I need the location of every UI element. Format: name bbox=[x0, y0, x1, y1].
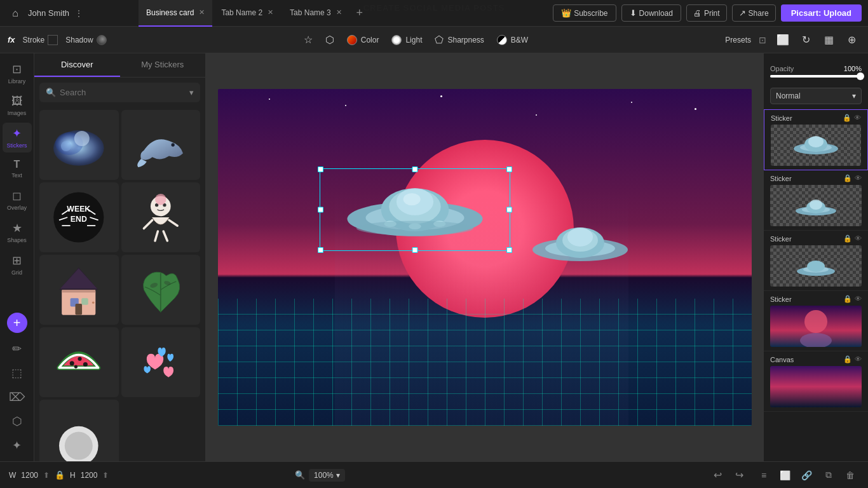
ufo-sticker-2[interactable] bbox=[517, 213, 644, 276]
copy-button[interactable]: ⧉ bbox=[820, 466, 837, 484]
tab-close-3[interactable]: ✕ bbox=[336, 8, 342, 17]
frame-view-button[interactable]: ⬜ bbox=[776, 466, 794, 484]
layer-header-canvas: Canvas 🔒 👁 bbox=[770, 355, 862, 363]
sticker-monstera-leaf[interactable] bbox=[121, 255, 201, 325]
frame-icon[interactable]: ⬜ bbox=[774, 31, 792, 49]
color-tool[interactable]: Color bbox=[347, 35, 379, 45]
sticker-house[interactable] bbox=[39, 255, 119, 325]
username-label: John Smith bbox=[28, 8, 69, 18]
bw-tool[interactable]: B&W bbox=[497, 35, 528, 45]
rotate-icon[interactable]: ↻ bbox=[797, 31, 815, 49]
add-element-button[interactable]: + bbox=[7, 313, 27, 333]
layer-item-3[interactable]: Sticker 🔒 👁 bbox=[764, 231, 868, 291]
sidebar-item-text[interactable]: T Text bbox=[3, 155, 32, 182]
delete-button[interactable]: 🗑 bbox=[841, 466, 859, 484]
search-bar[interactable]: 🔍 ▾ bbox=[39, 83, 200, 102]
light-tool[interactable]: Light bbox=[391, 35, 422, 45]
sidebar-item-library[interactable]: ⊡ Library bbox=[3, 58, 32, 88]
sidebar-item-select[interactable]: ⬚ bbox=[3, 362, 32, 384]
layer-item-1[interactable]: Sticker 🔒 👁 bbox=[764, 109, 868, 170]
sidebar-item-effects[interactable]: ✦ bbox=[3, 435, 32, 456]
svg-point-68 bbox=[800, 333, 832, 347]
sidebar-item-grid[interactable]: ⊞ Grid bbox=[3, 250, 32, 280]
shadow-circle[interactable] bbox=[97, 35, 107, 45]
sidebar-item-overlay[interactable]: ◻ Overlay bbox=[3, 185, 32, 215]
my-stickers-tab[interactable]: My Stickers bbox=[120, 53, 206, 77]
layer-lock-icon-3[interactable]: 🔒 bbox=[843, 234, 852, 243]
sidebar-item-brush[interactable]: ✏ bbox=[3, 338, 32, 360]
layer-lock-icon[interactable]: 🔒 bbox=[843, 114, 851, 122]
list-view-button[interactable]: ≡ bbox=[755, 466, 773, 484]
redo-button[interactable]: ↪ bbox=[731, 466, 749, 484]
sticker-hearts[interactable] bbox=[121, 327, 201, 397]
sidebar-item-shapes[interactable]: ★ Shapes bbox=[3, 217, 32, 247]
blend-mode-select[interactable]: Normal ▾ bbox=[770, 88, 862, 104]
canvas[interactable] bbox=[218, 89, 752, 426]
zoom-icon[interactable]: 🔍 bbox=[295, 470, 305, 480]
layer-lock-icon-4[interactable]: 🔒 bbox=[843, 295, 852, 303]
sidebar-item-crop[interactable]: ⬡ bbox=[3, 410, 32, 432]
layer-thumb-1 bbox=[771, 125, 861, 166]
stroke-item[interactable]: Stroke bbox=[23, 35, 58, 45]
print-button[interactable]: 🖨 Print bbox=[686, 4, 727, 22]
layer-lock-icon-2[interactable]: 🔒 bbox=[843, 174, 852, 182]
presets-icon[interactable]: ⊡ bbox=[756, 34, 769, 46]
sidebar-item-erase[interactable]: ⌦ bbox=[3, 386, 32, 408]
user-menu-button[interactable]: ⋮ bbox=[74, 8, 83, 18]
layer-lock-icon-canvas[interactable]: 🔒 bbox=[843, 355, 852, 363]
search-input[interactable] bbox=[60, 88, 186, 97]
crop-tool[interactable]: ⬡ bbox=[325, 34, 334, 46]
link-button[interactable]: 🔗 bbox=[798, 466, 816, 484]
ufo-sticker-selected[interactable] bbox=[316, 149, 513, 273]
sidebar-item-stickers[interactable]: ✦ Stickers bbox=[3, 123, 32, 152]
zoom-display[interactable]: 100% ▾ bbox=[309, 469, 345, 482]
download-button[interactable]: ⬇ Download bbox=[621, 4, 681, 22]
svg-point-2 bbox=[74, 131, 90, 146]
tab-business-card[interactable]: Business card ✕ bbox=[139, 0, 212, 27]
layer-item-canvas[interactable]: Canvas 🔒 👁 bbox=[764, 351, 868, 412]
width-stepper[interactable]: ⬆ bbox=[43, 471, 50, 480]
height-stepper[interactable]: ⬆ bbox=[102, 471, 109, 480]
tab-name-3[interactable]: Tab Name 3 ✕ bbox=[282, 0, 349, 27]
home-icon[interactable]: ⌂ bbox=[6, 4, 24, 22]
aspect-lock-icon[interactable]: 🔒 bbox=[55, 470, 65, 480]
discover-tab[interactable]: Discover bbox=[34, 53, 120, 77]
settings-icon[interactable]: ⊕ bbox=[843, 31, 860, 49]
tab-name-2[interactable]: Tab Name 2 ✕ bbox=[214, 0, 281, 27]
sticker-galaxy-cloud[interactable] bbox=[39, 110, 119, 180]
picsart-upload-button[interactable]: Picsart: Upload bbox=[781, 4, 862, 22]
tab-close-1[interactable]: ✕ bbox=[199, 8, 205, 17]
sharpness-tool[interactable]: ⬠ Sharpness bbox=[435, 34, 484, 46]
subscribe-button[interactable]: 👑 Subscribe bbox=[553, 4, 616, 22]
search-dropdown-icon[interactable]: ▾ bbox=[189, 88, 194, 97]
layers-icon[interactable]: ▦ bbox=[820, 31, 837, 49]
sticker-watermelon[interactable] bbox=[39, 327, 119, 397]
shadow-item[interactable]: Shadow bbox=[65, 35, 106, 45]
layer-visibility-icon-4[interactable]: 👁 bbox=[855, 295, 862, 303]
zoom-dropdown-icon: ▾ bbox=[336, 471, 340, 480]
opacity-slider[interactable] bbox=[770, 75, 862, 78]
layer-item-2[interactable]: Sticker 🔒 👁 bbox=[764, 170, 868, 231]
sticker-weekend[interactable]: WEEK END bbox=[39, 182, 119, 252]
layer-visibility-icon-canvas[interactable]: 👁 bbox=[855, 355, 862, 363]
layer-visibility-icon[interactable]: 👁 bbox=[854, 114, 861, 122]
fx-button[interactable]: fx bbox=[8, 35, 15, 44]
crop-icon: ⬡ bbox=[12, 414, 22, 428]
sticker-galaxy-whale[interactable] bbox=[121, 110, 201, 180]
share-button[interactable]: ↗ Share bbox=[732, 4, 776, 22]
layer-visibility-icon-3[interactable]: 👁 bbox=[855, 234, 862, 243]
undo-button[interactable]: ↩ bbox=[709, 466, 727, 484]
toolbar-left: fx Stroke Shadow bbox=[8, 35, 107, 45]
star-tool[interactable]: ☆ bbox=[304, 34, 313, 46]
stroke-color-box[interactable] bbox=[48, 35, 58, 45]
sticker-dancing-character[interactable] bbox=[121, 182, 201, 252]
layer-item-4[interactable]: Sticker 🔒 👁 bbox=[764, 291, 868, 351]
canvas-area[interactable] bbox=[206, 53, 763, 461]
sticker-circular[interactable] bbox=[39, 400, 119, 461]
svg-point-4 bbox=[171, 143, 174, 146]
layer-visibility-icon-2[interactable]: 👁 bbox=[855, 174, 862, 182]
sidebar-item-images[interactable]: 🖼 Images bbox=[3, 91, 32, 120]
opacity-slider-thumb[interactable] bbox=[857, 72, 864, 80]
tab-close-2[interactable]: ✕ bbox=[268, 8, 273, 17]
add-tab-button[interactable]: + bbox=[351, 4, 369, 22]
